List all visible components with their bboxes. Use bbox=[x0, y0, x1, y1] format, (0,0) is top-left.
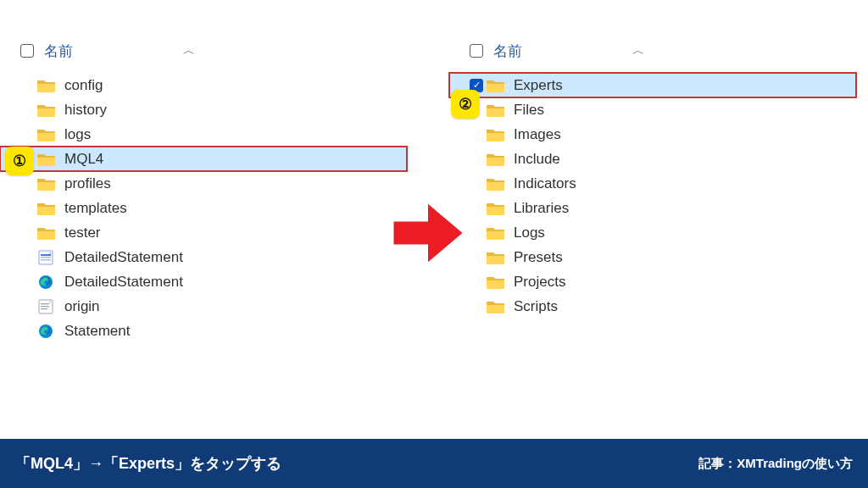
list-item[interactable]: ✓ MQL4 bbox=[0, 147, 407, 171]
folder-icon bbox=[37, 176, 56, 191]
list-item[interactable]: ✓ Libraries bbox=[449, 196, 856, 220]
item-label: Files bbox=[514, 102, 544, 119]
folder-icon bbox=[487, 152, 505, 167]
folder-icon bbox=[487, 176, 505, 191]
column-header[interactable]: 名前 ︿ bbox=[0, 0, 407, 73]
item-label: Images bbox=[514, 126, 561, 143]
list-item[interactable]: ✓ profiles bbox=[0, 171, 407, 196]
item-label: logs bbox=[64, 126, 91, 143]
list-item[interactable]: ✓ Include bbox=[449, 147, 856, 171]
select-all-checkbox[interactable] bbox=[20, 44, 34, 58]
callout-2: ② bbox=[451, 90, 480, 119]
list-item[interactable]: ✓ DetailedStatement bbox=[0, 245, 407, 269]
folder-icon bbox=[37, 103, 56, 118]
left-file-list: ✓ config ✓ history ✓ logs ✓ MQL4 ✓ profi… bbox=[0, 73, 407, 343]
arrow-icon bbox=[390, 195, 466, 274]
name-column-label[interactable]: 名前 bbox=[44, 42, 73, 61]
list-item[interactable]: ✓ Scripts bbox=[449, 294, 856, 319]
item-label: tester bbox=[64, 225, 101, 241]
list-item[interactable]: ✓ origin bbox=[0, 294, 407, 319]
item-label: templates bbox=[64, 200, 127, 217]
article-credit: 記事：XMTradingの使い方 bbox=[698, 456, 853, 472]
item-label: Indicators bbox=[514, 175, 576, 192]
folder-icon bbox=[487, 127, 505, 142]
item-label: config bbox=[64, 77, 103, 94]
instruction-text: 「MQL4」→「Experts」をタップする bbox=[15, 453, 281, 474]
list-item[interactable]: ✓ Files bbox=[449, 97, 856, 122]
name-column-label[interactable]: 名前 bbox=[493, 42, 522, 61]
item-label: Presets bbox=[514, 249, 563, 266]
item-label: DetailedStatement bbox=[64, 274, 183, 291]
edge-browser-icon bbox=[37, 274, 56, 290]
folder-icon bbox=[487, 103, 505, 118]
folder-icon bbox=[487, 250, 505, 265]
folder-icon bbox=[37, 152, 56, 167]
list-item[interactable]: ✓ history bbox=[0, 97, 407, 122]
right-file-list: ✓ Experts ✓ Files ✓ Images ✓ Include ✓ I… bbox=[449, 73, 856, 319]
list-item[interactable]: ✓ config bbox=[0, 73, 407, 97]
column-header[interactable]: 名前 ︿ bbox=[449, 0, 856, 73]
item-label: Scripts bbox=[514, 298, 558, 315]
right-explorer: 名前 ︿ ✓ Experts ✓ Files ✓ Images ✓ Includ… bbox=[449, 0, 856, 319]
list-item[interactable]: ✓ templates bbox=[0, 196, 407, 220]
folder-icon bbox=[487, 78, 505, 93]
list-item[interactable]: ✓ DetailedStatement bbox=[0, 269, 407, 294]
folder-icon bbox=[487, 299, 505, 314]
item-label: DetailedStatement bbox=[64, 249, 183, 266]
list-item[interactable]: ✓ Presets bbox=[449, 245, 856, 269]
item-label: Experts bbox=[514, 77, 563, 94]
explorer-comparison: 名前 ︿ ✓ config ✓ history ✓ logs ✓ MQL4 ✓ … bbox=[0, 0, 868, 439]
instruction-footer: 「MQL4」→「Experts」をタップする 記事：XMTradingの使い方 bbox=[0, 439, 868, 488]
item-label: Projects bbox=[514, 274, 565, 291]
list-item[interactable]: ✓ Logs bbox=[449, 220, 856, 245]
folder-icon bbox=[37, 225, 56, 241]
folder-icon bbox=[37, 127, 56, 142]
list-item[interactable]: ✓ Experts bbox=[449, 73, 856, 97]
left-explorer: 名前 ︿ ✓ config ✓ history ✓ logs ✓ MQL4 ✓ … bbox=[0, 0, 407, 343]
list-item[interactable]: ✓ Statement bbox=[0, 319, 407, 343]
folder-icon bbox=[37, 201, 56, 216]
folder-icon bbox=[37, 78, 56, 93]
item-label: history bbox=[64, 102, 107, 119]
list-item[interactable]: ✓ Projects bbox=[449, 269, 856, 294]
list-item[interactable]: ✓ Images bbox=[449, 122, 856, 147]
item-label: MQL4 bbox=[64, 151, 103, 168]
select-all-checkbox[interactable] bbox=[470, 44, 483, 58]
edge-browser-icon bbox=[37, 324, 56, 339]
sort-caret-icon[interactable]: ︿ bbox=[632, 43, 644, 58]
text-file-icon bbox=[37, 299, 56, 314]
sort-caret-icon[interactable]: ︿ bbox=[183, 43, 195, 58]
list-item[interactable]: ✓ tester bbox=[0, 220, 407, 245]
folder-icon bbox=[487, 225, 505, 241]
item-label: Statement bbox=[64, 323, 131, 340]
item-label: Logs bbox=[514, 225, 545, 241]
list-item[interactable]: ✓ Indicators bbox=[449, 171, 856, 196]
callout-1: ① bbox=[5, 147, 34, 175]
html-file-icon bbox=[37, 250, 56, 265]
item-label: Libraries bbox=[514, 200, 569, 217]
list-item[interactable]: ✓ logs bbox=[0, 122, 407, 147]
item-label: Include bbox=[514, 151, 560, 168]
folder-icon bbox=[487, 201, 505, 216]
folder-icon bbox=[487, 274, 505, 290]
item-label: origin bbox=[64, 298, 100, 315]
item-label: profiles bbox=[64, 175, 111, 192]
